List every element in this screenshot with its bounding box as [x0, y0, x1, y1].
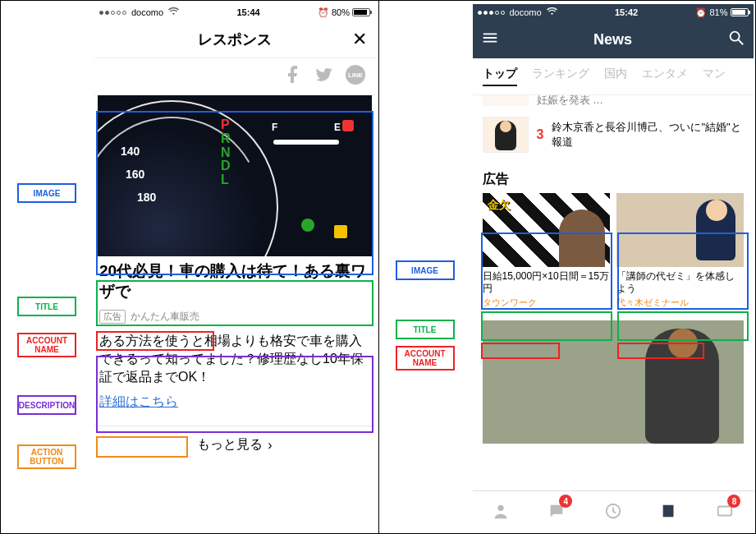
battery-icon-r: [731, 8, 749, 16]
phone-news: docomo 15:42 ⏰ 81% News トップ: [473, 4, 754, 530]
news-rank: 3: [537, 127, 544, 142]
phone-response: docomo 15:44 ⏰ 80% レスポンス ✕: [94, 4, 375, 530]
tab-top[interactable]: トップ: [483, 67, 517, 86]
ann-account-r: ACCOUNT NAME: [396, 346, 455, 371]
svg-point-0: [730, 32, 739, 41]
wifi-icon: [168, 7, 179, 17]
tab-ranking[interactable]: ランキング: [532, 67, 589, 86]
svg-rect-4: [718, 506, 732, 515]
ad-image[interactable]: 140 160 180 P R N D L F E: [98, 95, 372, 256]
ad-action-button[interactable]: 詳細はこちら: [98, 390, 180, 414]
alarm-icon: ⏰: [318, 7, 329, 18]
tab-timeline[interactable]: [584, 491, 640, 530]
news-item-partial[interactable]: 妊娠を発表 …: [473, 95, 754, 110]
carrier-label: docomo: [131, 7, 163, 17]
ann-title: TITLE: [17, 297, 76, 316]
line-icon[interactable]: LINE: [346, 65, 365, 85]
share-row: LINE: [94, 58, 375, 95]
tab-wallet[interactable]: 8: [697, 491, 753, 530]
eco-icon: [301, 219, 314, 232]
ad-account-2: 代々木ゼミナール: [616, 295, 744, 309]
ad-description: ある方法を使うと相場よりも格安で車を購入できるって知ってました？修理歴なし10年…: [98, 327, 372, 390]
tab-chat[interactable]: 4: [529, 491, 584, 530]
tab-manga[interactable]: マン: [703, 67, 726, 86]
search-icon[interactable]: [727, 29, 745, 50]
ad-title-2: 「講師の代ゼミ」を体感しよう: [616, 267, 744, 295]
ad-slot: 140 160 180 P R N D L F E: [94, 95, 375, 414]
ann-image: IMAGE: [17, 183, 76, 203]
svg-line-1: [738, 40, 743, 45]
tab-entame[interactable]: エンタメ: [642, 67, 688, 86]
tab-domestic[interactable]: 国内: [604, 67, 627, 86]
news-thumb: [483, 117, 529, 153]
ann-desc: DESCRIPTION: [17, 395, 76, 415]
status-time: 15:44: [236, 7, 259, 17]
nav-bar-r: News: [473, 21, 754, 58]
twitter-icon[interactable]: [314, 65, 334, 88]
tab-news[interactable]: [641, 491, 697, 530]
ad-badge: 広告: [99, 310, 126, 324]
page-title: レスポンス: [198, 30, 272, 49]
ann-title-r: TITLE: [396, 320, 455, 339]
ad-image-1: 金欠: [483, 193, 610, 267]
badge-wallet: 8: [727, 495, 740, 508]
badge-chat: 4: [559, 495, 572, 508]
ad-title[interactable]: 20代必見！車の購入は待て！ある裏ワザで: [98, 256, 372, 306]
news-item[interactable]: 3 鈴木京香と長谷川博己、ついに"結婚"と報道: [473, 110, 754, 159]
battery-pct-r: 81%: [709, 7, 727, 17]
close-icon[interactable]: ✕: [352, 29, 367, 50]
tab-friends[interactable]: [473, 491, 529, 530]
ads-heading: 広告: [473, 159, 754, 193]
news-text: 鈴木京香と長谷川博己、ついに"結婚"と報道: [552, 120, 743, 149]
status-bar-r: docomo 15:42 ⏰ 81%: [473, 4, 754, 21]
alarm-icon-r: ⏰: [695, 7, 707, 18]
fuel-icon: [334, 225, 347, 238]
facebook-icon[interactable]: [283, 65, 303, 88]
status-time-r: 15:42: [615, 7, 638, 17]
ad-image-2: [616, 193, 744, 267]
ad-account-name[interactable]: かんたん車販売: [131, 310, 199, 324]
chevron-right-icon: ›: [268, 438, 272, 453]
article-hero[interactable]: [483, 320, 744, 444]
ad-card-2[interactable]: 「講師の代ゼミ」を体感しよう 代々木ゼミナール: [616, 193, 744, 309]
ann-image-r: IMAGE: [396, 260, 455, 280]
carrier-label-r: docomo: [510, 7, 542, 17]
ann-action: ACTION BUTTON: [17, 444, 76, 469]
battery-icon: [352, 8, 370, 16]
news-tabs: トップ ランキング 国内 エンタメ マン: [473, 58, 754, 95]
ad-card-1[interactable]: 金欠 日給15,000円×10日間＝15万円 タウンワーク: [483, 193, 610, 309]
battery-pct: 80%: [332, 7, 350, 17]
more-button[interactable]: もっと見る ›: [94, 426, 375, 463]
ann-account: ACCOUNT NAME: [17, 333, 76, 357]
tab-bar: 4 8: [473, 490, 754, 530]
page-title-r: News: [593, 31, 632, 48]
status-bar: docomo 15:44 ⏰ 80%: [94, 4, 375, 21]
ad-account-1: タウンワーク: [483, 295, 610, 309]
wifi-icon-r: [547, 7, 557, 17]
svg-point-2: [497, 504, 503, 510]
ad-title-1: 日給15,000円×10日間＝15万円: [483, 267, 610, 295]
nav-bar: レスポンス ✕: [94, 21, 375, 58]
menu-icon[interactable]: [481, 29, 499, 50]
